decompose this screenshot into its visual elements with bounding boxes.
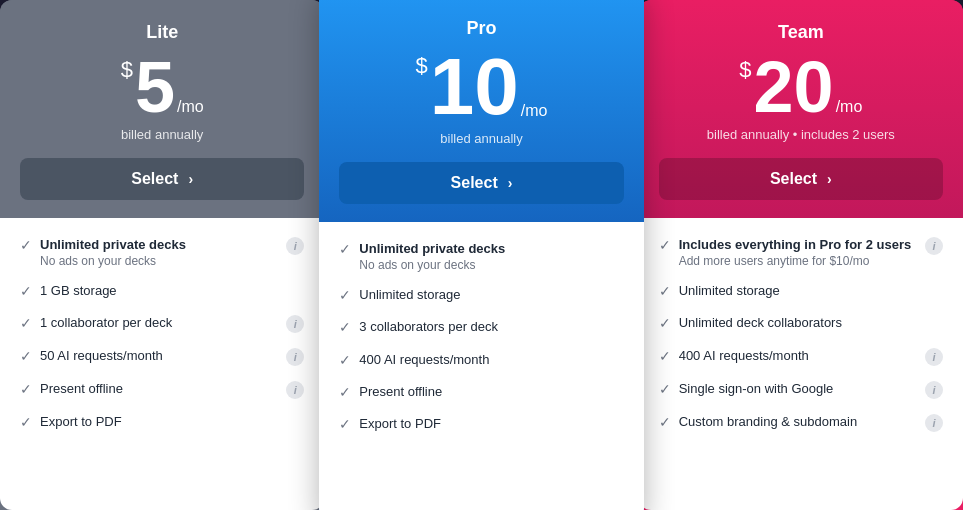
feature-text: 400 AI requests/month: [359, 351, 623, 369]
list-item: ✓ Export to PDF: [20, 413, 304, 431]
feature-text: Present offline: [359, 383, 623, 401]
feature-subtext: No ads on your decks: [359, 258, 623, 272]
info-icon[interactable]: i: [925, 348, 943, 366]
check-icon: ✓: [339, 352, 351, 368]
feature-text: Unlimited storage: [359, 286, 623, 304]
info-icon[interactable]: i: [925, 237, 943, 255]
lite-select-label: Select: [131, 170, 178, 188]
pro-billing: billed annually: [339, 131, 623, 146]
pro-features: ✓ Unlimited private decks No ads on your…: [319, 222, 643, 510]
list-item: ✓ 400 AI requests/month: [339, 351, 623, 369]
info-icon[interactable]: i: [286, 381, 304, 399]
check-icon: ✓: [20, 381, 32, 397]
feature-text: Custom branding & subdomain: [679, 413, 919, 431]
feature-text: Unlimited private decks: [359, 240, 623, 258]
check-icon: ✓: [339, 319, 351, 335]
feature-text: 50 AI requests/month: [40, 347, 280, 365]
list-item: ✓ Single sign-on with Google i: [659, 380, 943, 399]
check-icon: ✓: [20, 315, 32, 331]
team-dollar-sign: $: [739, 59, 751, 81]
team-price-period: /mo: [836, 99, 863, 115]
check-icon: ✓: [339, 384, 351, 400]
feature-text: Export to PDF: [40, 413, 304, 431]
feature-text: 1 collaborator per deck: [40, 314, 280, 332]
feature-text: Unlimited deck collaborators: [679, 314, 943, 332]
plans-container: Lite $ 5 /mo billed annually Select › ✓ …: [0, 0, 963, 510]
list-item: ✓ Includes everything in Pro for 2 users…: [659, 236, 943, 268]
team-billing: billed annually • includes 2 users: [659, 127, 943, 142]
check-icon: ✓: [339, 416, 351, 432]
feature-text: Unlimited private decks: [40, 236, 280, 254]
pro-price-row: $ 10 /mo: [339, 47, 623, 127]
info-icon[interactable]: i: [925, 381, 943, 399]
feature-subtext: Add more users anytime for $10/mo: [679, 254, 919, 268]
check-icon: ✓: [659, 315, 671, 331]
lite-features: ✓ Unlimited private decks No ads on your…: [0, 218, 324, 510]
list-item: ✓ 400 AI requests/month i: [659, 347, 943, 366]
lite-price-amount: 5: [135, 51, 175, 123]
info-icon[interactable]: i: [286, 315, 304, 333]
info-icon[interactable]: i: [286, 237, 304, 255]
check-icon: ✓: [20, 348, 32, 364]
check-icon: ✓: [659, 381, 671, 397]
lite-price-period: /mo: [177, 99, 204, 115]
pro-header: Pro $ 10 /mo billed annually Select ›: [319, 0, 643, 222]
pro-select-label: Select: [451, 174, 498, 192]
team-header: Team $ 20 /mo billed annually • includes…: [639, 0, 963, 218]
check-icon: ✓: [20, 414, 32, 430]
list-item: ✓ 50 AI requests/month i: [20, 347, 304, 366]
feature-text: 1 GB storage: [40, 282, 304, 300]
feature-text: Single sign-on with Google: [679, 380, 919, 398]
team-price-amount: 20: [754, 51, 834, 123]
list-item: ✓ Custom branding & subdomain i: [659, 413, 943, 432]
lite-select-button[interactable]: Select ›: [20, 158, 304, 200]
team-select-label: Select: [770, 170, 817, 188]
feature-text: Export to PDF: [359, 415, 623, 433]
team-chevron-icon: ›: [827, 171, 832, 187]
team-features: ✓ Includes everything in Pro for 2 users…: [639, 218, 963, 510]
list-item: ✓ Unlimited storage: [659, 282, 943, 300]
feature-subtext: No ads on your decks: [40, 254, 280, 268]
check-icon: ✓: [659, 283, 671, 299]
check-icon: ✓: [339, 241, 351, 257]
check-icon: ✓: [659, 348, 671, 364]
feature-text: 3 collaborators per deck: [359, 318, 623, 336]
team-select-button[interactable]: Select ›: [659, 158, 943, 200]
pro-chevron-icon: ›: [508, 175, 513, 191]
list-item: ✓ Present offline: [339, 383, 623, 401]
check-icon: ✓: [659, 414, 671, 430]
pro-price-amount: 10: [430, 47, 519, 127]
list-item: ✓ 1 collaborator per deck i: [20, 314, 304, 333]
lite-price-row: $ 5 /mo: [20, 51, 304, 123]
pro-plan-name: Pro: [339, 18, 623, 39]
list-item: ✓ 1 GB storage: [20, 282, 304, 300]
team-price-row: $ 20 /mo: [659, 51, 943, 123]
feature-text: Present offline: [40, 380, 280, 398]
plan-team: Team $ 20 /mo billed annually • includes…: [639, 0, 963, 510]
feature-text: Unlimited storage: [679, 282, 943, 300]
check-icon: ✓: [20, 237, 32, 253]
lite-header: Lite $ 5 /mo billed annually Select ›: [0, 0, 324, 218]
check-icon: ✓: [339, 287, 351, 303]
pro-dollar-sign: $: [416, 55, 428, 77]
lite-plan-name: Lite: [20, 22, 304, 43]
list-item: ✓ Unlimited private decks No ads on your…: [20, 236, 304, 268]
list-item: ✓ 3 collaborators per deck: [339, 318, 623, 336]
team-plan-name: Team: [659, 22, 943, 43]
plan-pro: Pro $ 10 /mo billed annually Select › ✓ …: [319, 0, 643, 510]
info-icon[interactable]: i: [925, 414, 943, 432]
list-item: ✓ Unlimited storage: [339, 286, 623, 304]
lite-chevron-icon: ›: [188, 171, 193, 187]
lite-billing: billed annually: [20, 127, 304, 142]
list-item: ✓ Unlimited deck collaborators: [659, 314, 943, 332]
pro-price-period: /mo: [521, 103, 548, 119]
list-item: ✓ Present offline i: [20, 380, 304, 399]
pro-select-button[interactable]: Select ›: [339, 162, 623, 204]
feature-text: 400 AI requests/month: [679, 347, 919, 365]
info-icon[interactable]: i: [286, 348, 304, 366]
list-item: ✓ Unlimited private decks No ads on your…: [339, 240, 623, 272]
feature-text: Includes everything in Pro for 2 users: [679, 236, 919, 254]
list-item: ✓ Export to PDF: [339, 415, 623, 433]
check-icon: ✓: [20, 283, 32, 299]
check-icon: ✓: [659, 237, 671, 253]
